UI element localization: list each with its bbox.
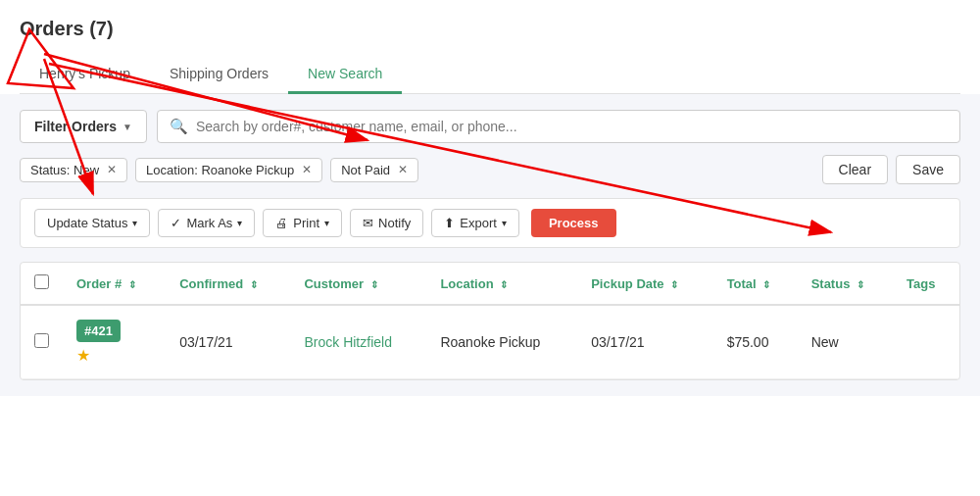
export-icon: ⬆	[444, 216, 455, 230]
search-box: 🔍	[157, 110, 960, 143]
header-tags: Tags	[893, 263, 959, 305]
update-status-label: Update Status	[47, 216, 127, 230]
status-sort-icon: ⇕	[857, 279, 864, 290]
page-title: Orders (7)	[20, 18, 960, 40]
filter-tag-status-new-label: Status: New	[30, 163, 99, 177]
mark-as-button[interactable]: ✓ Mark As ▾	[158, 209, 255, 237]
filter-tag-location-roanoke-remove[interactable]: ✕	[302, 163, 312, 176]
header-confirmed[interactable]: Confirmed ⇕	[166, 263, 290, 305]
total-sort-icon: ⇕	[762, 279, 770, 290]
orders-table-container: Order # ⇕ Confirmed ⇕ Customer ⇕ Locat	[20, 262, 960, 380]
header-pickup-date[interactable]: Pickup Date ⇕	[577, 263, 712, 305]
header-pickup-date-label: Pickup Date	[591, 276, 663, 291]
search-icon: 🔍	[170, 118, 188, 135]
print-label: Print	[293, 216, 319, 230]
header-total-label: Total	[727, 276, 757, 291]
row-total-value: $75.00	[727, 334, 769, 350]
row-location-cell: Roanoke Pickup	[426, 305, 577, 379]
filter-actions: Clear Save	[822, 155, 960, 184]
order-num-sort-icon: ⇕	[128, 279, 136, 290]
row-pickup-date-cell: 03/17/21	[577, 305, 712, 379]
select-all-checkbox[interactable]	[34, 274, 49, 289]
header-location[interactable]: Location ⇕	[426, 263, 577, 305]
row-customer-link[interactable]: Brock Hitzfield	[304, 334, 391, 350]
tab-henrys-pickup[interactable]: Henry's Pickup	[20, 56, 150, 94]
filter-tag-status-new-remove[interactable]: ✕	[107, 163, 117, 176]
process-button[interactable]: Process	[531, 209, 616, 237]
customer-sort-icon: ⇕	[370, 279, 378, 290]
filter-tags-list: Status: New ✕ Location: Roanoke Pickup ✕…	[20, 158, 418, 182]
tab-shipping-orders[interactable]: Shipping Orders	[150, 56, 288, 94]
header-order-num-label: Order #	[76, 276, 122, 291]
row-total-cell: $75.00	[713, 305, 798, 379]
filter-tag-not-paid-label: Not Paid	[341, 163, 390, 177]
mark-as-checkmark-icon: ✓	[171, 216, 181, 230]
header-confirmed-label: Confirmed	[179, 276, 243, 291]
table-row: #421 ★ 03/17/21 Brock Hitzfield Roanoke …	[21, 305, 959, 379]
filter-orders-button[interactable]: Filter Orders ▼	[20, 110, 147, 143]
update-status-button[interactable]: Update Status ▾	[34, 209, 150, 237]
row-tags-cell	[893, 305, 959, 379]
print-caret-icon: ▾	[324, 218, 329, 228]
clear-button[interactable]: Clear	[822, 155, 888, 184]
confirmed-sort-icon: ⇕	[250, 279, 258, 290]
location-sort-icon: ⇕	[500, 279, 508, 290]
header-status[interactable]: Status ⇕	[798, 263, 893, 305]
orders-table: Order # ⇕ Confirmed ⇕ Customer ⇕ Locat	[21, 263, 959, 379]
pickup-date-sort-icon: ⇕	[670, 279, 678, 290]
table-header-row: Order # ⇕ Confirmed ⇕ Customer ⇕ Locat	[21, 263, 959, 305]
export-label: Export	[460, 216, 497, 230]
row-status-cell: New	[798, 305, 893, 379]
mark-as-label: Mark As	[186, 216, 232, 230]
tab-new-search[interactable]: New Search	[288, 56, 402, 94]
header-customer-label: Customer	[304, 276, 364, 291]
filter-tag-not-paid-remove[interactable]: ✕	[398, 163, 408, 176]
notify-icon: ✉	[363, 216, 373, 230]
header-checkbox-col	[21, 263, 63, 305]
filter-row: Filter Orders ▼ 🔍	[20, 110, 960, 143]
row-customer-cell: Brock Hitzfield	[290, 305, 426, 379]
row-confirmed-value: 03/17/21	[179, 334, 233, 350]
filter-tag-location-roanoke: Location: Roanoke Pickup ✕	[135, 158, 322, 182]
star-icon[interactable]: ★	[76, 347, 90, 364]
mark-as-caret-icon: ▾	[237, 218, 242, 228]
filter-tag-status-new: Status: New ✕	[20, 158, 127, 182]
header-tags-label: Tags	[906, 276, 935, 291]
header-order-num[interactable]: Order # ⇕	[63, 263, 166, 305]
filter-tag-not-paid: Not Paid ✕	[330, 158, 418, 182]
export-caret-icon: ▾	[502, 218, 507, 228]
export-button[interactable]: ⬆ Export ▾	[431, 209, 519, 237]
row-status-value: New	[811, 334, 839, 350]
save-button[interactable]: Save	[896, 155, 960, 184]
search-input[interactable]	[196, 119, 948, 134]
notify-label: Notify	[378, 216, 411, 230]
order-badge[interactable]: #421	[76, 320, 121, 342]
header-total[interactable]: Total ⇕	[713, 263, 798, 305]
row-location-value: Roanoke Pickup	[440, 334, 540, 350]
actions-toolbar: Update Status ▾ ✓ Mark As ▾ 🖨 Print ▾ ✉ …	[20, 198, 960, 248]
row-order-num-cell: #421 ★	[63, 305, 166, 379]
filter-tag-location-roanoke-label: Location: Roanoke Pickup	[146, 163, 294, 177]
print-button[interactable]: 🖨 Print ▾	[263, 209, 342, 237]
header-customer[interactable]: Customer ⇕	[290, 263, 426, 305]
notify-button[interactable]: ✉ Notify	[350, 209, 423, 237]
filter-orders-chevron-icon: ▼	[122, 122, 132, 132]
print-icon: 🖨	[275, 216, 288, 230]
header-location-label: Location	[440, 276, 493, 291]
row-checkbox[interactable]	[34, 333, 49, 348]
row-checkbox-cell	[21, 305, 63, 379]
tab-bar: Henry's Pickup Shipping Orders New Searc…	[20, 56, 960, 94]
filter-orders-label: Filter Orders	[34, 119, 117, 134]
filter-tags-row: Status: New ✕ Location: Roanoke Pickup ✕…	[20, 155, 960, 184]
row-pickup-date-value: 03/17/21	[591, 334, 645, 350]
header-status-label: Status	[811, 276, 851, 291]
row-confirmed-cell: 03/17/21	[166, 305, 290, 379]
update-status-caret-icon: ▾	[132, 218, 137, 228]
